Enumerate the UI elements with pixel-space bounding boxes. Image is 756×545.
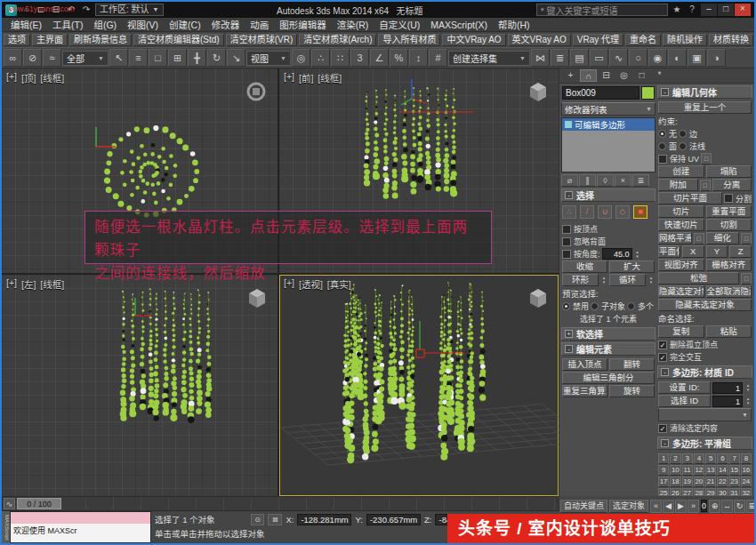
menu-item[interactable]: 创建(C) <box>164 18 206 31</box>
align-icon[interactable]: ≣ <box>551 49 569 67</box>
grid-align-button[interactable]: 栅格对齐 <box>706 259 752 271</box>
viewport-shading-label[interactable]: [线框] <box>40 277 64 291</box>
subobj-element-icon[interactable]: ■ <box>633 205 647 219</box>
planar-y-button[interactable]: Y <box>706 245 728 258</box>
detach-button[interactable]: 分离 <box>712 179 752 191</box>
rollout-soft-selection-header[interactable]: +软选择 <box>561 327 655 341</box>
rollout-smoothing-groups-header[interactable]: -多边形: 平滑组 <box>657 437 752 450</box>
menu-item[interactable]: 渲染(R) <box>332 18 374 31</box>
select-by-name-icon[interactable]: ≡ <box>129 49 148 67</box>
select-id-button[interactable]: 选择 ID <box>658 395 711 407</box>
tab-motion[interactable]: ◎ <box>615 69 632 82</box>
render-production-icon[interactable]: ◑ <box>707 49 726 67</box>
menu-item[interactable]: 修改器 <box>206 18 245 31</box>
viewport-menu-button[interactable]: [+] <box>6 71 17 84</box>
smoothing-group-24[interactable]: 24 <box>741 477 752 487</box>
set-id-field[interactable]: 1 <box>712 382 743 394</box>
smoothing-group-13[interactable]: 13 <box>705 465 716 476</box>
preview-disable-radio[interactable]: 禁用 <box>562 301 589 312</box>
planar-z-button[interactable]: Z <box>729 245 752 258</box>
tessellate-button[interactable]: 细化 <box>706 232 740 244</box>
angle-field[interactable]: 45.0 <box>602 248 632 260</box>
minimize-button[interactable]: – <box>701 4 717 16</box>
smoothing-group-18[interactable]: 18 <box>670 477 680 487</box>
modifier-stack-item[interactable]: 可编辑多边形 <box>562 118 655 131</box>
paste-button[interactable]: 粘贴 <box>706 325 752 338</box>
loop-button[interactable]: 循环 <box>609 274 646 286</box>
redo-icon[interactable]: ↷ <box>80 4 92 16</box>
selected-objects-dropdown[interactable]: 选定对象 <box>609 500 648 513</box>
smoothing-group-2[interactable]: 2 <box>670 453 680 464</box>
maximize-button[interactable]: □ <box>718 4 734 16</box>
tab-hierarchy[interactable]: ⊟ <box>598 69 615 82</box>
viewport-pov-label[interactable]: [左] <box>21 277 36 291</box>
maxscript-mini-listener[interactable]: MAXScript 欢迎使用 MAXScr <box>2 511 151 543</box>
ring-spinner[interactable]: ▴▾ <box>600 276 607 285</box>
smoothing-group-23[interactable]: 23 <box>729 477 740 487</box>
quickslice-button[interactable]: 快速切片 <box>658 219 704 231</box>
smoothing-group-21[interactable]: 21 <box>705 477 716 487</box>
material-name-dropdown[interactable]: ▼ <box>658 408 752 421</box>
named-selection-sets-dropdown[interactable]: 创建选择集▼ <box>448 51 530 66</box>
menu-item[interactable]: 视图(V) <box>122 18 164 31</box>
snap-toggle-3d-icon[interactable]: 3 <box>350 49 369 67</box>
viewport-perspective[interactable]: [+] [透视] [真实] <box>279 275 559 496</box>
hide-unselected-button[interactable]: 隐藏未选定对象 <box>658 299 752 311</box>
smoothing-group-14[interactable]: 14 <box>717 465 728 476</box>
isolate-selection-toggle[interactable]: ⊙ <box>251 514 265 525</box>
help-icon[interactable]: ? <box>686 4 698 16</box>
menu-item[interactable]: 帮助(H) <box>493 18 535 31</box>
search-input[interactable]: ▾键入关键字或短语 <box>536 4 668 16</box>
subobj-polygon-icon[interactable]: ◇ <box>615 205 630 219</box>
auto-key-button[interactable]: 自动关键点 <box>560 500 607 513</box>
constraint-none-radio[interactable]: 无 <box>658 128 677 140</box>
unhide-all-button[interactable]: 全部取消隐藏 <box>706 285 752 298</box>
smoothing-group-10[interactable]: 10 <box>670 465 680 476</box>
current-frame-field[interactable]: 0 <box>701 500 707 512</box>
meshsmooth-settings-button[interactable]: □ <box>694 233 704 244</box>
set-id-spinner[interactable]: ▴▾ <box>744 383 752 392</box>
layer-manager-icon[interactable]: ▤ <box>570 49 589 67</box>
tab-utilities[interactable]: * <box>651 69 668 82</box>
script-button[interactable]: 重命名 <box>625 34 661 46</box>
viewport-menu-button[interactable]: [+] <box>284 71 294 84</box>
viewport-left[interactable]: [+] [左] [线框] <box>2 275 277 496</box>
full-interactivity-checkbox[interactable]: ✓完全交互 <box>658 351 702 363</box>
viewport-pov-label[interactable]: [前] <box>299 71 313 84</box>
maximize-viewport-icon[interactable]: ⊞ <box>746 500 754 513</box>
zoom-icon[interactable]: ⊕ <box>709 500 720 513</box>
object-name-field[interactable]: Box009 <box>562 86 639 100</box>
script-button[interactable]: 清空材质球(VR) <box>226 34 298 46</box>
smoothing-group-11[interactable]: 11 <box>682 465 693 476</box>
smoothing-group-9[interactable]: 9 <box>658 465 669 476</box>
orbit-icon[interactable]: ↻ <box>734 500 745 513</box>
smoothing-group-22[interactable]: 22 <box>717 477 728 487</box>
rollout-edit-elements-header[interactable]: -编辑元素 <box>561 342 655 356</box>
repeat-last-button[interactable]: 重复上一个 <box>658 101 752 114</box>
script-button[interactable]: 材质转换 <box>709 34 753 46</box>
select-object-icon[interactable]: ↖ <box>109 49 128 67</box>
favorites-star-icon[interactable]: ★ <box>671 4 683 16</box>
keyboard-override-icon[interactable]: ∷ <box>331 49 350 67</box>
smoothing-group-20[interactable]: 20 <box>694 477 704 487</box>
play-button[interactable]: ▶ <box>675 500 687 513</box>
selection-lock-toggle[interactable]: ⊠ <box>268 514 282 525</box>
smoothing-group-4[interactable]: 4 <box>694 453 704 464</box>
viewport-shading-label[interactable]: [线框] <box>40 71 64 84</box>
viewport-menu-button[interactable]: [+] <box>6 277 17 291</box>
menu-item[interactable]: MAXScript(X) <box>425 20 493 30</box>
script-button[interactable]: 选项 <box>4 34 30 46</box>
modifier-list-dropdown[interactable]: 修改器列表▼ <box>561 102 655 116</box>
object-color-swatch[interactable] <box>641 86 655 100</box>
script-button[interactable]: 清空材质球(Arch) <box>299 34 376 46</box>
hide-selected-button[interactable]: 隐藏选定对象 <box>658 285 704 298</box>
use-pivot-center-icon[interactable]: ◎ <box>292 49 310 67</box>
menu-item[interactable]: 图形编辑器 <box>274 18 332 31</box>
delete-isolated-vertices-checkbox[interactable]: ✓删除孤立顶点 <box>658 339 718 350</box>
script-button[interactable]: 清空材质编辑器(Std) <box>133 34 224 46</box>
make-planar-button[interactable]: 平面化 <box>658 245 680 258</box>
smoothing-group-1[interactable]: 1 <box>658 453 669 464</box>
preview-multi-radio[interactable]: 多个 <box>627 301 654 312</box>
previous-frame-button[interactable]: ◀ <box>663 500 674 513</box>
script-button[interactable]: 刷新场景信息 <box>69 34 132 46</box>
